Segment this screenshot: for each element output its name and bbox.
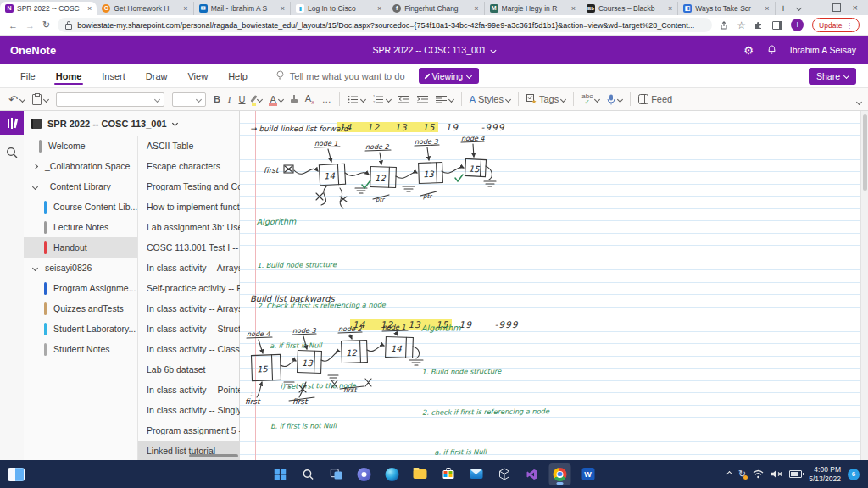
widgets-icon[interactable] [8, 468, 25, 481]
page-item[interactable]: Lab 6b dataset [138, 359, 241, 380]
page-item[interactable]: In class activity -- Structs [138, 319, 241, 339]
section-course-content[interactable]: Course Content Lib... [24, 197, 137, 217]
section-welcome[interactable]: Welcome [24, 136, 137, 156]
side-panel-icon[interactable] [772, 21, 782, 30]
viewing-mode-button[interactable]: Viewing [419, 68, 480, 84]
task-view-button[interactable] [326, 463, 348, 485]
highlighter-button[interactable] [253, 94, 262, 104]
font-name-select[interactable] [56, 92, 164, 107]
tab-close-icon[interactable]: × [87, 4, 92, 13]
section-group-content-library[interactable]: _Content Library [24, 176, 137, 197]
minimize-icon[interactable] [813, 8, 821, 8]
edge-button[interactable] [381, 463, 403, 485]
section-quizzes-tests[interactable]: Quizzes andTests [24, 298, 137, 319]
window-close-icon[interactable]: × [853, 3, 858, 13]
onedrive-sync-icon[interactable]: ↻ [738, 469, 746, 480]
tab-close-icon[interactable]: × [765, 4, 769, 13]
battery-icon[interactable] [789, 470, 802, 478]
styles-button[interactable]: AStyles [470, 94, 510, 104]
notifications-bell-icon[interactable] [767, 45, 776, 55]
page-item[interactable]: In class activity -- Arrays II [138, 298, 241, 319]
tab-chegg[interactable]: C Get Homework H × [97, 2, 193, 15]
mixed-reality-button[interactable] [493, 463, 515, 485]
url-field[interactable]: bowiestate-my.sharepoint.com/personal/ra… [58, 18, 712, 32]
page-item[interactable]: In class activity -- Arrays I [138, 258, 241, 278]
page-item[interactable]: In class activity -- Pointers [138, 380, 241, 400]
more-options-button[interactable]: … [322, 94, 331, 104]
page-item[interactable]: COSC 113.001 Test I -- 0... [138, 237, 241, 258]
scrollbar-thumb[interactable] [863, 114, 867, 191]
clock[interactable]: 4:00 PM 5/13/2022 [809, 465, 841, 483]
bold-button[interactable]: B [214, 94, 220, 104]
update-button[interactable]: Update ⋮ [812, 18, 860, 32]
tab-close-icon[interactable]: × [377, 4, 381, 13]
spellcheck-button[interactable]: abc✓ [581, 93, 599, 105]
page-item[interactable]: Self-practice activity -- P... [138, 278, 241, 298]
page-item[interactable]: In class activity -- Classes [138, 339, 241, 359]
notebook-header[interactable]: SPR 2022 -- COSC 113_001 [24, 111, 239, 136]
menu-insert[interactable]: Insert [102, 64, 125, 87]
section-handout[interactable]: Handout [24, 237, 137, 258]
maximize-icon[interactable] [832, 3, 841, 12]
search-icon[interactable] [6, 147, 18, 158]
indent-button[interactable] [417, 95, 428, 104]
page-item[interactable]: ASCII Table [138, 136, 241, 156]
tab-close-icon[interactable]: × [571, 4, 576, 13]
menu-help[interactable]: Help [228, 64, 248, 87]
dictate-button[interactable] [607, 94, 622, 105]
share-page-icon[interactable] [720, 21, 728, 30]
outdent-button[interactable] [398, 95, 409, 104]
reload-icon[interactable]: ↻ [42, 19, 50, 30]
page-item[interactable]: How to implement funct... [138, 197, 241, 217]
menu-home[interactable]: Home [56, 64, 82, 87]
bullet-list-button[interactable] [348, 95, 365, 104]
tell-me-search[interactable]: Tell me what you want to do [276, 70, 405, 81]
section-group-collaboration-space[interactable]: _Collaboration Space [24, 156, 137, 176]
collapse-ribbon-icon[interactable] [857, 96, 861, 106]
undo-button[interactable]: ↶ [8, 93, 25, 106]
menu-view[interactable]: View [187, 64, 208, 87]
kebab-menu-icon[interactable]: ⋮ [846, 21, 854, 30]
paste-button[interactable] [32, 94, 48, 105]
page-item[interactable]: Lab assignment 3b: User... [138, 217, 241, 237]
numbered-list-button[interactable]: 12 [373, 95, 391, 104]
tab-onenote[interactable]: N SPR 2022 -- COSC × [0, 2, 97, 15]
horizontal-scrollbar[interactable] [189, 454, 238, 458]
wifi-icon[interactable] [753, 469, 764, 479]
teams-chat-button[interactable] [353, 463, 376, 485]
tab-teams[interactable]: M Margie Hegy in R × [485, 2, 581, 15]
clear-formatting-button[interactable]: Ax [305, 93, 314, 105]
tab-blackboard[interactable]: Bb Courses – Blackb × [581, 2, 678, 15]
tab-fingerhut[interactable]: f Fingerhut Chang × [387, 2, 484, 15]
notebooks-icon[interactable] [0, 111, 24, 135]
document-title[interactable]: SPR 2022 -- COSC 113_001 [372, 45, 495, 55]
tab-close-icon[interactable]: × [668, 4, 672, 13]
page-item[interactable]: In class activity -- Singly ... [138, 400, 241, 420]
vertical-scrollbar[interactable] [860, 111, 868, 460]
page-item[interactable]: Program assignment 5 -... [138, 420, 241, 441]
tab-close-icon[interactable]: × [183, 4, 187, 13]
notification-badge[interactable]: 6 [848, 469, 860, 480]
page-item[interactable]: Escape characters [138, 156, 241, 176]
volume-muted-icon[interactable] [771, 469, 782, 479]
mail-button[interactable] [465, 463, 487, 485]
new-tab-button[interactable]: + [781, 3, 787, 14]
tags-button[interactable]: Tags [526, 94, 565, 104]
section-program-assignments[interactable]: Program Assignme... [24, 278, 137, 298]
chrome-button-active[interactable] [549, 463, 571, 485]
section-group-seisayi0826[interactable]: seisayi0826 [24, 258, 137, 278]
menu-file[interactable]: File [20, 64, 36, 87]
italic-button[interactable]: I [228, 94, 231, 104]
share-button[interactable]: Share [809, 68, 856, 85]
tab-cisco[interactable]: ||| Log In to Cisco × [291, 2, 387, 15]
alignment-button[interactable] [436, 95, 453, 104]
file-explorer-button[interactable] [409, 463, 431, 485]
font-color-button[interactable]: A [270, 94, 282, 104]
profile-avatar[interactable]: I [791, 19, 804, 31]
microsoft-store-button[interactable] [437, 463, 459, 485]
tray-expand-icon[interactable] [726, 471, 732, 477]
back-icon[interactable]: ← [8, 20, 18, 30]
format-painter-button[interactable] [291, 95, 298, 103]
bookmark-star-icon[interactable]: ☆ [737, 19, 746, 31]
section-student-laboratory[interactable]: Student Laboratory... [24, 319, 137, 339]
